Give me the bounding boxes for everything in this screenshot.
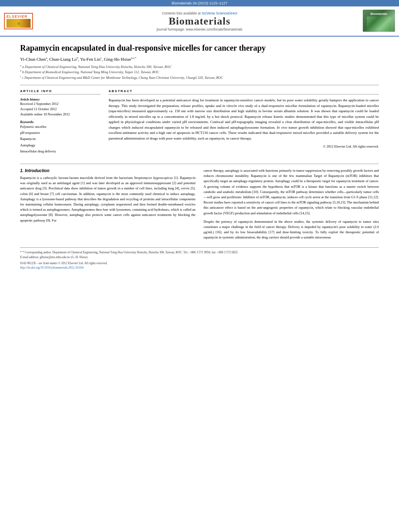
article-info-header: Article info (20, 89, 101, 94)
sciverse-link[interactable]: SciVerse ScienceDirect (202, 11, 237, 15)
elsevier-symbol: 🌿 (17, 22, 20, 25)
body-right-column: cancer therapy, autophagy is associated … (204, 168, 379, 243)
keywords-group: Keywords: Polymeric micelles pH-responsi… (20, 120, 101, 154)
abstract-column: ABSTRACT Rapamycin has been developed as… (109, 89, 379, 158)
intro-para-right-2: Despite the potency of rapamycin demonst… (204, 219, 379, 240)
keyword-3: Rapamycin (20, 136, 101, 142)
article-info-abstract-section: Article info Article history: Received 2… (20, 85, 379, 158)
keyword-1: Polymeric micelles (20, 124, 101, 130)
elsevier-logo: ELSEVIER 🌿 (4, 13, 40, 29)
affiliation-a: a a Department of Chemical Engineering, … (20, 64, 379, 70)
email-note: E-mail address: glhsiue@mx.nthu.edu.tw (… (20, 255, 379, 259)
doi-line: http://dx.doi.org/10.1016/j.biomaterials… (20, 265, 379, 270)
citation-bar: Biomaterials 34 (2013) 1115–1127 (0, 0, 399, 6)
main-content: Rapamycin encapsulated in dual-responsiv… (0, 37, 399, 276)
journal-name: Biomaterials (40, 15, 359, 27)
intro-para-right-1: cancer therapy, autophagy is associated … (204, 168, 379, 216)
article-title: Rapamycin encapsulated in dual-responsiv… (20, 43, 379, 53)
keyword-2: pH-responsive (20, 130, 101, 136)
abstract-text: Rapamycin has been developed as a potent… (109, 98, 379, 141)
abstract-header: ABSTRACT (109, 89, 379, 94)
keyword-5: Intracellular drug delivery (20, 148, 101, 154)
authors: Yi-Chun Chena, Chun-Liang Lob, Yu-Fen Li… (20, 56, 379, 62)
body-left-column: 1. Introduction Rapamycin is a carboxyli… (20, 168, 195, 243)
corresponding-author-note: * * Corresponding author. Department of … (20, 250, 379, 255)
keywords-list: Polymeric micelles pH-responsive Rapamyc… (20, 124, 101, 154)
affiliation-c: c c Department of Chemical Engineering a… (20, 75, 379, 80)
journal-homepage: journal homepage: www.elsevier.com/locat… (40, 27, 359, 31)
keyword-4: Autophagy (20, 142, 101, 148)
body-section: 1. Introduction Rapamycin is a carboxyli… (20, 164, 379, 243)
online-date: Available online 10 November 2012 (20, 112, 101, 117)
issn-line: 0142-9612/$ – see front matter © 2012 El… (20, 261, 379, 265)
intro-para-1: Rapamycin is a carboxylic lactone-lactam… (20, 175, 195, 223)
doi-link[interactable]: http://dx.doi.org/10.1016/j.biomaterials… (20, 266, 84, 269)
history-label: Article history: (20, 98, 101, 101)
sciverse-line: Contents lists available at SciVerse Sci… (40, 11, 359, 15)
article-info-column: Article info Article history: Received 2… (20, 89, 101, 158)
biomaterials-badge: Biomaterials (363, 10, 395, 32)
keywords-label: Keywords: (20, 120, 101, 124)
elsevier-wordmark: ELSEVIER (6, 14, 31, 18)
affiliation-b: b b Department of Biomedical Engineering… (20, 69, 379, 75)
article-history: Article history: Received 2 September 20… (20, 98, 101, 117)
intro-title: 1. Introduction (20, 168, 195, 173)
citation-text: Biomaterials 34 (2013) 1115–1127 (172, 1, 227, 5)
received-date: Received 2 September 2012 (20, 101, 101, 107)
copyright-line: © 2012 Elsevier Ltd. All rights reserved… (109, 144, 379, 148)
journal-header: ELSEVIER 🌿 Contents lists available at S… (0, 6, 399, 37)
journal-logo-right: Biomaterials (359, 10, 395, 33)
accepted-date: Accepted 11 October 2012 (20, 107, 101, 112)
footer: * * Corresponding author. Department of … (20, 247, 379, 270)
journal-center: Contents lists available at SciVerse Sci… (40, 11, 359, 31)
affiliations: a a Department of Chemical Engineering, … (20, 64, 379, 80)
